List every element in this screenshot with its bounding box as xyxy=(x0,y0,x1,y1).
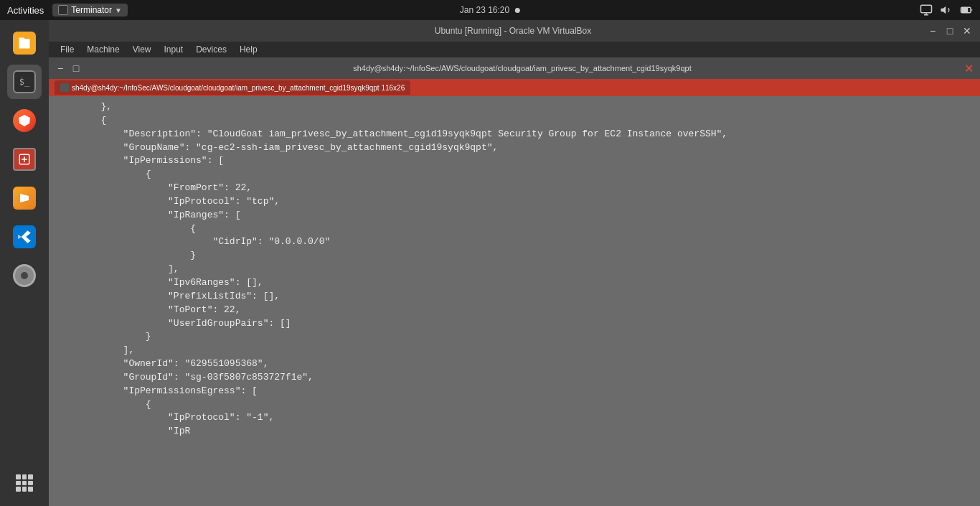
vbox-window: Ubuntu [Running] - Oracle VM VirtualBox … xyxy=(49,20,980,506)
sidebar-item-sublime[interactable] xyxy=(7,181,42,215)
display-icon[interactable] xyxy=(920,4,933,17)
disc-icon xyxy=(13,264,36,287)
sidebar-item-vscode[interactable] xyxy=(7,220,42,254)
os-topbar-center: Jan 23 16:20 xyxy=(460,5,520,15)
vbox-menu-devices[interactable]: Devices xyxy=(190,43,232,56)
os-topbar: Activities Terminator ▼ Jan 23 16:20 xyxy=(0,0,980,20)
vbox-menu-help[interactable]: Help xyxy=(234,43,263,56)
vbox-title-label: Ubuntu [Running] - Oracle VM VirtualBox xyxy=(99,26,927,36)
vbox-menu-input[interactable]: Input xyxy=(159,43,189,56)
sidebar-item-red-tool[interactable] xyxy=(7,142,42,177)
terminal-content-area[interactable]: }, { "Description": "CloudGoat iam_prive… xyxy=(49,96,980,506)
terminal-minimize-button[interactable]: − xyxy=(55,62,66,74)
sidebar-item-terminal[interactable]: $_ xyxy=(7,65,42,99)
sidebar-item-files[interactable] xyxy=(7,26,42,60)
files-icon xyxy=(13,32,36,55)
terminal-output: }, { "Description": "CloudGoat iam_prive… xyxy=(56,100,973,439)
apps-grid-icon xyxy=(13,472,36,495)
vbox-window-controls: − □ ✕ xyxy=(927,25,973,37)
vbox-menu-view[interactable]: View xyxy=(127,43,157,56)
terminal-icon: $_ xyxy=(13,70,36,93)
tab-terminal-icon xyxy=(60,83,69,92)
terminal-close-button[interactable]: ✕ xyxy=(963,62,974,74)
sidebar-item-disc[interactable] xyxy=(7,258,42,293)
vbox-close-button[interactable]: ✕ xyxy=(961,25,973,37)
terminal-tabbar: sh4dy@sh4dy:~/InfoSec/AWS/cloudgoat/clou… xyxy=(49,79,980,96)
app-launcher[interactable]: Terminator ▼ xyxy=(52,4,128,17)
volume-icon[interactable] xyxy=(940,4,953,17)
terminal-window: − □ sh4dy@sh4dy:~/InfoSec/AWS/cloudgoat/… xyxy=(49,57,980,506)
datetime-label: Jan 23 16:20 xyxy=(460,5,509,15)
app-name-label: Terminator xyxy=(71,5,112,15)
vscode-icon xyxy=(13,225,36,248)
network-dot-icon xyxy=(515,8,520,13)
vbox-minimize-button[interactable]: − xyxy=(927,25,938,37)
terminal-tab-1[interactable]: sh4dy@sh4dy:~/InfoSec/AWS/cloudgoat/clou… xyxy=(55,80,410,95)
terminal-maximize-button[interactable]: □ xyxy=(70,62,82,74)
battery-icon[interactable] xyxy=(960,4,973,17)
os-topbar-left: Activities Terminator ▼ xyxy=(7,4,128,17)
svg-rect-5 xyxy=(962,9,968,12)
svg-rect-0 xyxy=(921,5,932,13)
sidebar-item-apps[interactable] xyxy=(7,466,42,500)
tab-path-label: sh4dy@sh4dy:~/InfoSec/AWS/cloudgoat/clou… xyxy=(72,84,405,92)
activities-button[interactable]: Activities xyxy=(7,5,44,16)
svg-marker-10 xyxy=(20,194,29,202)
brave-icon xyxy=(13,109,36,132)
app-arrow-icon: ▼ xyxy=(115,6,122,14)
vbox-titlebar: Ubuntu [Running] - Oracle VM VirtualBox … xyxy=(49,20,980,42)
os-topbar-right xyxy=(920,4,973,17)
vbox-menu-machine[interactable]: Machine xyxy=(81,43,125,56)
vbox-menu-file[interactable]: File xyxy=(55,43,80,56)
sublime-icon xyxy=(13,187,36,210)
terminal-title-label: sh4dy@sh4dy:~/InfoSec/AWS/cloudgoat/clou… xyxy=(82,64,963,72)
svg-marker-3 xyxy=(941,6,946,14)
vbox-menubar: File Machine View Input Devices Help xyxy=(49,42,980,57)
vbox-maximize-button[interactable]: □ xyxy=(944,25,956,37)
terminal-titlebar: − □ sh4dy@sh4dy:~/InfoSec/AWS/cloudgoat/… xyxy=(49,57,980,79)
sidebar-item-brave[interactable] xyxy=(7,103,42,138)
red-tool-icon xyxy=(13,148,36,171)
sidebar: $_ xyxy=(0,20,49,506)
terminal-app-icon xyxy=(58,5,68,15)
svg-marker-6 xyxy=(19,115,30,126)
